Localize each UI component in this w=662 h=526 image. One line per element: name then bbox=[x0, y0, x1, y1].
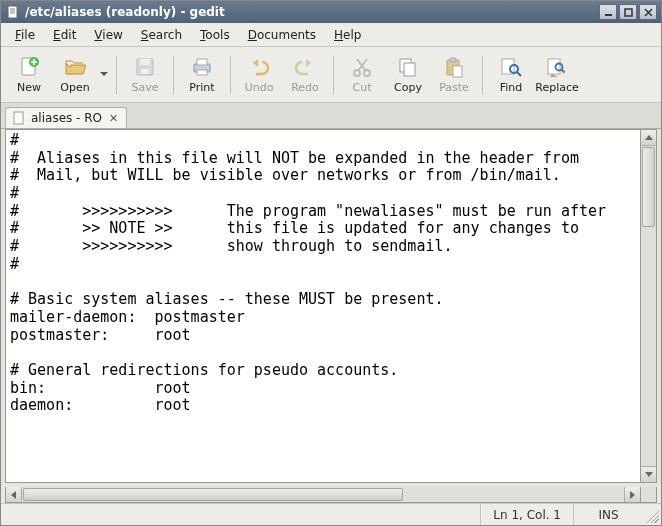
paste-button: Paste bbox=[432, 51, 476, 99]
editor-area: # # Aliases in this file will NOT be exp… bbox=[1, 129, 661, 487]
find-label: Find bbox=[500, 81, 523, 94]
toolbar: New Open Save Print Undo Redo Cut Copy P… bbox=[1, 47, 661, 103]
print-button[interactable]: Print bbox=[180, 51, 224, 99]
tab-aliases[interactable]: aliases - RO ✕ bbox=[5, 107, 127, 128]
cut-icon bbox=[350, 55, 374, 79]
scroll-thumb-vertical[interactable] bbox=[642, 147, 655, 227]
titlebar: /etc/aliases (readonly) - gedit bbox=[1, 1, 661, 23]
menu-search[interactable]: Search bbox=[133, 26, 190, 44]
svg-rect-9 bbox=[197, 70, 207, 75]
print-label: Print bbox=[189, 81, 214, 94]
tab-close-button[interactable]: ✕ bbox=[107, 112, 120, 125]
redo-icon bbox=[293, 55, 317, 79]
text-editor[interactable]: # # Aliases in this file will NOT be exp… bbox=[5, 129, 641, 483]
menu-edit[interactable]: Edit bbox=[45, 26, 84, 44]
tabbar: aliases - RO ✕ bbox=[1, 103, 661, 129]
new-icon bbox=[17, 55, 41, 79]
scrollbar-corner bbox=[641, 487, 657, 503]
replace-button[interactable]: Replace bbox=[535, 51, 579, 99]
insert-mode: INS bbox=[573, 504, 643, 525]
cut-label: Cut bbox=[353, 81, 372, 94]
copy-label: Copy bbox=[394, 81, 422, 94]
open-button[interactable]: Open bbox=[53, 51, 97, 99]
toolbar-separator bbox=[230, 56, 231, 94]
replace-label: Replace bbox=[535, 81, 579, 94]
toolbar-separator bbox=[333, 56, 334, 94]
svg-rect-13 bbox=[404, 63, 415, 76]
replace-icon bbox=[545, 55, 569, 79]
svg-rect-1 bbox=[625, 9, 632, 16]
svg-rect-21 bbox=[14, 112, 23, 124]
svg-rect-8 bbox=[197, 59, 207, 65]
open-label: Open bbox=[60, 81, 89, 94]
menu-view[interactable]: View bbox=[86, 26, 130, 44]
svg-rect-0 bbox=[8, 6, 17, 18]
menu-documents[interactable]: Documents bbox=[240, 26, 324, 44]
close-button[interactable] bbox=[639, 4, 657, 20]
redo-button: Redo bbox=[283, 51, 327, 99]
save-label: Save bbox=[131, 81, 158, 94]
find-button[interactable]: Find bbox=[489, 51, 533, 99]
menu-file[interactable]: File bbox=[7, 26, 43, 44]
svg-rect-15 bbox=[450, 58, 456, 62]
svg-rect-6 bbox=[141, 69, 149, 74]
save-icon bbox=[133, 55, 157, 79]
maximize-button[interactable] bbox=[619, 4, 637, 20]
menu-tools[interactable]: Tools bbox=[192, 26, 238, 44]
toolbar-separator bbox=[173, 56, 174, 94]
document-icon bbox=[12, 111, 26, 125]
minimize-button[interactable] bbox=[599, 4, 617, 20]
copy-button[interactable]: Copy bbox=[386, 51, 430, 99]
find-icon bbox=[499, 55, 523, 79]
menu-help[interactable]: Help bbox=[326, 26, 369, 44]
paste-icon bbox=[442, 55, 466, 79]
open-icon bbox=[63, 55, 87, 79]
cursor-position: Ln 1, Col. 1 bbox=[480, 504, 573, 525]
scroll-down-button[interactable] bbox=[641, 466, 656, 482]
undo-icon bbox=[247, 55, 271, 79]
app-icon bbox=[5, 4, 21, 20]
new-button[interactable]: New bbox=[7, 51, 51, 99]
window-title: /etc/aliases (readonly) - gedit bbox=[25, 5, 599, 19]
toolbar-separator bbox=[116, 56, 117, 94]
scroll-thumb-horizontal[interactable] bbox=[23, 488, 403, 501]
scroll-left-button[interactable] bbox=[6, 487, 22, 502]
vertical-scrollbar[interactable] bbox=[641, 129, 657, 483]
cut-button: Cut bbox=[340, 51, 384, 99]
paste-label: Paste bbox=[439, 81, 469, 94]
menubar: File Edit View Search Tools Documents He… bbox=[1, 23, 661, 47]
svg-rect-16 bbox=[453, 66, 462, 77]
statusbar: Ln 1, Col. 1 INS bbox=[1, 503, 661, 525]
svg-rect-19 bbox=[548, 59, 560, 74]
toolbar-separator bbox=[482, 56, 483, 94]
print-icon bbox=[190, 55, 214, 79]
scroll-right-button[interactable] bbox=[624, 487, 640, 502]
save-button: Save bbox=[123, 51, 167, 99]
undo-button: Undo bbox=[237, 51, 281, 99]
horizontal-scrollbar[interactable] bbox=[5, 487, 641, 503]
svg-rect-5 bbox=[140, 59, 150, 65]
tab-label: aliases - RO bbox=[31, 111, 102, 125]
scroll-up-button[interactable] bbox=[641, 130, 656, 146]
new-label: New bbox=[17, 81, 41, 94]
open-dropdown[interactable] bbox=[97, 51, 110, 99]
redo-label: Redo bbox=[291, 81, 319, 94]
undo-label: Undo bbox=[245, 81, 274, 94]
resize-grip[interactable] bbox=[643, 507, 659, 523]
copy-icon bbox=[396, 55, 420, 79]
